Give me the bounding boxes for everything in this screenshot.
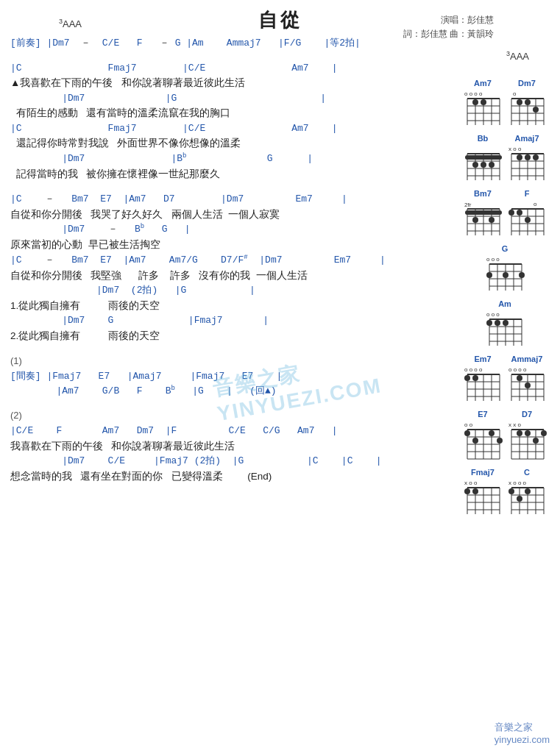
- svg-text:x o   o: x o o: [508, 146, 522, 152]
- lyric2: 有陌生的感動 還有當時的溫柔流竄在我的胸口: [10, 105, 441, 121]
- svg-point-103: [503, 320, 508, 326]
- chord-bm7: Bm7 2fr: [463, 189, 503, 238]
- svg-point-157: [541, 430, 547, 436]
- aaa-top: 3AAA: [59, 18, 82, 29]
- chord3: |C Fmaj7 |C/E Am7 |: [10, 121, 441, 136]
- chord-fmaj7-grid: x o o: [463, 477, 503, 517]
- chord-bm7-grid: 2fr: [463, 199, 503, 238]
- chord-amaj7-grid: x o o: [507, 143, 547, 183]
- svg-point-50: [525, 154, 531, 160]
- svg-point-126: [517, 375, 522, 381]
- svg-text:x x o: x x o: [508, 421, 521, 428]
- svg-point-181: [517, 496, 522, 502]
- svg-point-49: [517, 154, 522, 160]
- svg-text:2fr: 2fr: [464, 202, 472, 208]
- paren2: (2): [10, 408, 441, 424]
- chord-fmaj7: Fmaj7 x o o: [463, 468, 503, 517]
- chord-row-3: Bm7 2fr: [453, 189, 557, 238]
- info-block: 演唱：彭佳慧 詞：彭佳慧 曲：黃韻玲: [403, 13, 494, 41]
- chord-d7-label: D7: [522, 410, 532, 419]
- svg-point-114: [464, 375, 470, 381]
- chord-c: C x o o o: [507, 468, 547, 517]
- chord-f-label: F: [525, 189, 530, 198]
- svg-point-182: [525, 488, 531, 494]
- svg-point-24: [533, 107, 539, 113]
- chord-em7-label: Em7: [474, 355, 491, 363]
- prelude-line: [前奏] |Dm7 － C/E F － G |Am Ammaj7 |F/G |等…: [10, 36, 441, 51]
- chord-row-5: Am o o o: [453, 299, 557, 349]
- svg-point-168: [464, 488, 470, 494]
- chord-ammaj7: Ammaj7 o o o o: [507, 355, 547, 404]
- choruslyric2: 原來當初的心動 早已被生活掏空: [10, 237, 441, 253]
- svg-point-22: [517, 99, 522, 105]
- svg-text:o o o o: o o o o: [464, 366, 483, 373]
- chord-dm7-label: Dm7: [518, 79, 536, 88]
- choruschord1: |C － Bm7 E7 |Am7 D7 |Dm7 Em7 |: [10, 192, 441, 207]
- chord-diagrams: 3AAA Am7 o o o o: [451, 36, 560, 527]
- svg-point-64: [489, 217, 495, 223]
- svg-point-63: [472, 217, 478, 223]
- interlude1chord2: |Am7 G/B F Bb |G | (回▲): [10, 384, 441, 399]
- choruslyric1: 自從和你分開後 我哭了好久好久 兩個人生活 一個人寂寞: [10, 207, 441, 223]
- section2chord1: |C/E F Am7 Dm7 |F C/E C/G Am7 |: [10, 424, 441, 438]
- page: 3AAA 自從 演唱：彭佳慧 詞：彭佳慧 曲：黃韻玲 [前奏] |Dm7 － C…: [0, 0, 560, 751]
- section-interlude1: (1) [間奏] |Fmaj7 E7 |Amaj7 |Fmaj7 E7 | |A…: [10, 354, 441, 398]
- choruschord3: |C － Bm7 E7 |Am7 Am7/G D7/F# |Dm7 Em7 |: [10, 253, 441, 268]
- svg-text:x o o o: x o o o: [508, 480, 527, 486]
- chord-am7: Am7 o o o o: [463, 79, 503, 128]
- lyric3: 還記得你時常對我說 外面世界不像你想像的溫柔: [10, 135, 441, 152]
- chord-fmaj7-label: Fmaj7: [471, 468, 495, 477]
- chord-bm7-label: Bm7: [474, 189, 492, 198]
- title-area: 3AAA 自從 演唱：彭佳慧 詞：彭佳慧 曲：黃韻玲: [0, 7, 560, 33]
- svg-point-88: [486, 272, 492, 278]
- chord-g-grid: o o o: [485, 254, 525, 293]
- chord-g: G o o o: [485, 244, 525, 293]
- section2: (2) |C/E F Am7 Dm7 |F C/E C/G Am7 | 我喜歡在…: [10, 408, 441, 484]
- chord-row-7: E7 o o: [453, 410, 557, 462]
- chord-d7-grid: x x o: [507, 419, 547, 462]
- svg-point-115: [472, 375, 478, 381]
- svg-point-11: [481, 99, 486, 105]
- svg-point-101: [486, 320, 492, 326]
- chord-bb-grid: [463, 143, 503, 183]
- svg-point-141: [489, 430, 495, 436]
- chord-g-label: G: [502, 244, 508, 253]
- svg-point-37: [481, 162, 486, 168]
- chord-f: F o: [507, 189, 547, 238]
- svg-text:x o o: x o o: [464, 480, 478, 486]
- svg-point-140: [472, 438, 478, 444]
- chord1: |C Fmaj7 |C/E Am7 |: [10, 61, 441, 76]
- lyric4: 記得當時的我 被你擁在懷裡像一世紀那麼久: [10, 166, 441, 182]
- chord-row-6: Em7 o o o o: [453, 355, 557, 404]
- svg-text:o o o o: o o o o: [508, 366, 527, 373]
- svg-text:o: o: [534, 201, 537, 207]
- choruslyric3: 自從和你分開後 我堅強 許多 許多 沒有你的我 一個人生活: [10, 268, 441, 284]
- svg-text:o o o o: o o o o: [464, 90, 483, 97]
- chord-row-4: G o o o: [453, 244, 557, 293]
- chord-ammaj7-grid: o o o o: [507, 364, 547, 404]
- sheet-area: [前奏] |Dm7 － C/E F － G |Am Ammaj7 |F/G |等…: [0, 36, 451, 527]
- svg-point-75: [508, 210, 514, 216]
- svg-text:o   o: o o: [464, 421, 473, 428]
- chorus1: |C － Bm7 E7 |Am7 D7 |Dm7 Em7 | 自從和你分開後 我…: [10, 192, 441, 344]
- chord-am7-label: Am7: [474, 79, 492, 88]
- svg-point-169: [472, 488, 478, 494]
- svg-point-36: [472, 162, 478, 168]
- chord-em7: Em7 o o o o: [463, 355, 503, 404]
- paren1: (1): [10, 354, 441, 369]
- prelude-block: [前奏] |Dm7 － C/E F － G |Am Ammaj7 |F/G |等…: [10, 36, 441, 51]
- chord-dm7: Dm7 o: [507, 79, 547, 128]
- chord-am-label: Am: [498, 299, 511, 308]
- section2lyric2: 想念當時的我 還有坐在對面的你 已變得溫柔 (End): [10, 469, 441, 485]
- chord-e7-grid: o o: [463, 419, 503, 462]
- chord-am: Am o o o: [485, 299, 525, 349]
- singer-label: 演唱：彭佳慧: [403, 13, 494, 27]
- chord-e7: E7 o o: [463, 410, 503, 462]
- svg-point-23: [525, 99, 531, 105]
- main-content: [前奏] |Dm7 － C/E F － G |Am Ammaj7 |F/G |等…: [0, 36, 560, 527]
- chord-d7: D7 x x o: [507, 410, 547, 462]
- section1: |C Fmaj7 |C/E Am7 | ▲我喜歡在下雨的午後 和你說著聊著最近彼…: [10, 61, 441, 182]
- svg-text:o o o: o o o: [486, 256, 500, 263]
- chord-amaj7-label: Amaj7: [514, 134, 539, 143]
- section2lyric1: 我喜歡在下雨的午後 和你說著聊著最近彼此生活: [10, 438, 441, 455]
